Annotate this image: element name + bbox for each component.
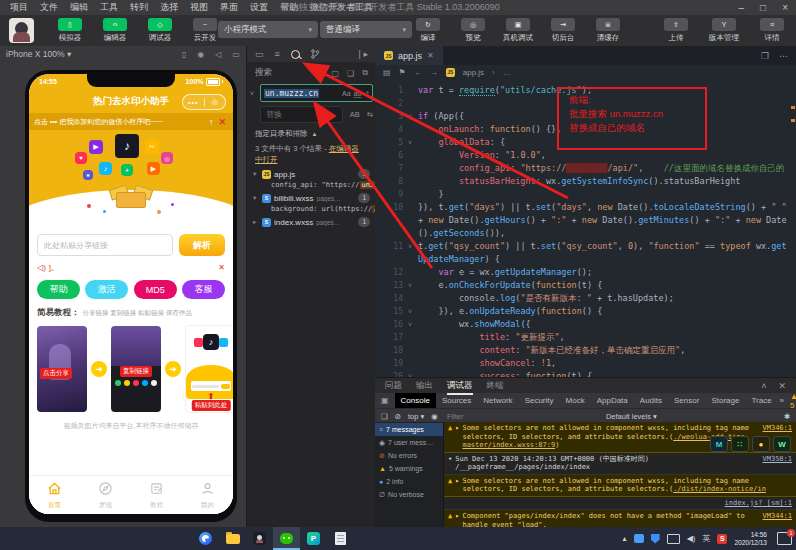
git-branch-icon[interactable] (311, 49, 319, 59)
code-line[interactable]: 14 console.log("是否有新版本: " + t.hasUpdate)… (375, 292, 790, 305)
taskbar-clock[interactable]: 14:56 2020/12/13 (734, 531, 767, 547)
taskbar-app-file-explorer[interactable] (219, 527, 246, 550)
toolbar-action-真机调试[interactable]: ▣真机调试 (500, 18, 536, 43)
toolbar-button-调试器[interactable]: ◇调试器 (142, 18, 178, 43)
plugin-icon[interactable]: ● (752, 436, 770, 452)
banner-close-icon[interactable]: ✕ (216, 117, 228, 127)
tabbar-item-发现[interactable]: 发现 (80, 476, 131, 514)
mode-dropdown[interactable]: 小程序模式▾ (218, 21, 318, 38)
search-result-file[interactable]: ▸Sindex.wxsspages…1 (247, 215, 376, 228)
expand-replace-icon[interactable]: ˅ (250, 90, 257, 97)
console-filter-user[interactable]: ◉7 user mess… (375, 436, 443, 449)
minimize-button[interactable]: – (739, 2, 745, 13)
pill-button-激活[interactable]: 激活 (85, 280, 128, 299)
toolbar-action-清缓存[interactable]: ≣清缓存 (590, 18, 626, 43)
code-line[interactable]: 18 content: "新版本已经准备好，单击确定重启应用", (375, 344, 790, 357)
search-icon[interactable] (291, 50, 300, 59)
panel-tab-问题[interactable]: 问题 (385, 380, 402, 392)
add-to-miniprogram-banner[interactable]: 点击 ••• 把我添加到您的微信小程序吧~~~ ↑ ✕ (29, 113, 233, 130)
editor-tab-appjs[interactable]: JS app.js ✕ (375, 46, 443, 65)
new-search-editor-icon[interactable]: ❏ (347, 69, 354, 78)
warning-count-badge[interactable]: ▲ 5 (790, 392, 796, 410)
sound-icon[interactable]: ◁ (215, 50, 221, 59)
search-result-file[interactable]: ▾Sbilibili.wxsspages…1 (247, 191, 376, 204)
panel-tab-调试器[interactable]: 调试器 (447, 380, 473, 392)
menubar-item-设置[interactable]: 设置 (244, 1, 274, 14)
menubar-item-文件[interactable]: 文件 (34, 1, 64, 14)
match-case-icon[interactable]: Aa (342, 90, 351, 97)
source-link[interactable]: VM346:1 (762, 424, 792, 433)
settings-gear-icon[interactable]: ✱ (784, 412, 790, 421)
eye-icon[interactable]: ◉ (431, 412, 438, 421)
security-tray-icon[interactable] (651, 534, 660, 544)
devtools-tab-sensor[interactable]: Sensor (668, 393, 705, 408)
devtools-tab-audits[interactable]: Audits (634, 393, 668, 408)
console-filter-mute[interactable]: ∅No verbose (375, 488, 443, 501)
replace-input-box[interactable] (260, 106, 343, 123)
devtools-tab-console[interactable]: Console (395, 393, 436, 408)
collapse-panel-icon[interactable]: ˄ (761, 381, 766, 391)
toolbar-button-编辑器[interactable]: ‹›编辑器 (97, 18, 133, 43)
code-line[interactable]: 20˅ success: function(t) { (375, 370, 790, 377)
code-line[interactable]: 16˅ wx.showModal({ (375, 318, 790, 331)
message-icon[interactable]: ▭ (232, 50, 240, 59)
taskbar-app-pycharm[interactable]: P (300, 527, 327, 550)
console-sidebar-toggle-icon[interactable]: ❏ (381, 412, 388, 421)
expand-caret-icon[interactable]: ▸ (455, 424, 459, 433)
compile-mode-dropdown[interactable]: 普通编译▾ (320, 21, 412, 38)
close-tab-icon[interactable]: ✕ (427, 51, 434, 60)
split-editor-icon[interactable]: ❘▸ (356, 49, 368, 59)
log-levels-dropdown[interactable]: Default levels ▾ (606, 412, 657, 421)
breadcrumb-more[interactable]: … (503, 68, 511, 77)
input-language[interactable]: 英 (702, 533, 710, 544)
menubar-item-转到[interactable]: 转到 (124, 1, 154, 14)
taskbar-app-wechat[interactable] (273, 527, 300, 550)
more-menu-icon[interactable]: ••• (183, 99, 204, 106)
plugin-icon[interactable]: W (773, 436, 791, 452)
split-editor-icon[interactable]: ❐ (761, 51, 769, 61)
devtools-tab-network[interactable]: Network (477, 393, 518, 408)
code-line[interactable]: 12 var e = wx.getUpdateManager(); (375, 266, 790, 279)
display-tray-icon[interactable] (667, 534, 680, 544)
code-line[interactable]: 11˅t.get("qsy_count") || t.set("qsy_coun… (375, 240, 790, 266)
devtools-tab-appdata[interactable]: AppData (591, 393, 634, 408)
tray-expand-icon[interactable]: ▴ (623, 534, 627, 543)
volume-icon[interactable]: ◀) (687, 534, 696, 543)
toolbar-action-上传[interactable]: ⇧上传 (658, 18, 694, 43)
console-filter-error[interactable]: ⊘No errors (375, 449, 443, 462)
nav-back-icon[interactable]: ← (414, 68, 422, 77)
rotate-device-icon[interactable]: ▯ (182, 50, 186, 59)
message-bubble-icon[interactable]: ▭ (255, 49, 264, 59)
code-line[interactable]: 19 showCancel: !1, (375, 357, 790, 370)
menubar-item-视图[interactable]: 视图 (184, 1, 214, 14)
replace-input[interactable] (264, 109, 322, 120)
devtools-tab-storage[interactable]: Storage (705, 393, 745, 408)
preserve-case-icon[interactable]: AB (350, 110, 360, 119)
tabbar-item-我的[interactable]: 我的 (182, 476, 233, 514)
record-icon[interactable]: ◉ (197, 50, 204, 59)
app-s-tray-icon[interactable]: S (717, 534, 727, 544)
pill-button-帮助[interactable]: 帮助 (37, 280, 80, 299)
bookmark-icon[interactable]: ⚑ (399, 68, 406, 77)
chat-tray-icon[interactable] (634, 534, 644, 543)
menubar-item-界面[interactable]: 界面 (214, 1, 244, 14)
code-line[interactable]: 7 config_api: "https://████████/api/", /… (375, 162, 790, 175)
outline-icon[interactable]: ▤ (383, 68, 391, 77)
menubar-item-工具[interactable]: 工具 (94, 1, 124, 14)
taskbar-app-devtools[interactable] (246, 527, 273, 550)
panel-tab-终端[interactable]: 终端 (487, 380, 504, 392)
close-button[interactable]: × (782, 2, 788, 13)
more-actions-icon[interactable]: ⋯ (779, 51, 788, 61)
plugin-icon[interactable]: M (710, 436, 728, 452)
fold-icon[interactable]: ˅ (408, 279, 418, 292)
user-avatar[interactable] (9, 18, 34, 43)
fold-icon[interactable]: ˅ (408, 240, 418, 266)
toolbar-action-切后台[interactable]: ⇥切后台 (545, 18, 581, 43)
devtools-tab-security[interactable]: Security (519, 393, 560, 408)
expand-caret-icon[interactable]: ▸ (455, 477, 459, 486)
search-match-line[interactable]: background: url(https://… (247, 204, 376, 215)
context-selector[interactable]: top ▾ (408, 412, 424, 421)
expand-caret-icon[interactable]: ▾ (448, 455, 452, 464)
clear-results-icon[interactable]: ▢ (332, 69, 340, 78)
file-link[interactable]: ./dist/index-notice/in (673, 485, 766, 493)
